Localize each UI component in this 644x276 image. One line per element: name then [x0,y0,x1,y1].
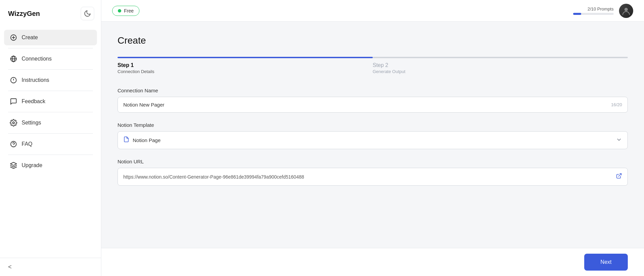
nav-divider-4 [8,112,93,112]
content-area: Create Step 1 Connection Details Step 2 … [101,22,644,248]
nav-divider-3 [8,91,93,91]
page-title: Create [118,35,628,46]
nav-divider-1 [8,48,93,48]
steps-container: Step 1 Connection Details Step 2 Generat… [118,57,628,74]
step-1: Step 1 Connection Details [118,57,373,74]
sidebar-item-label-connections: Connections [22,56,52,62]
connection-name-input-wrapper: 16/20 [118,97,628,113]
sidebar-nav: Create Connections Instructions Feedback [0,27,101,258]
nav-divider-2 [8,69,93,70]
step-2-bar [373,57,628,58]
prompts-fill [573,13,581,15]
header-right: 2/10 Prompts [573,4,633,18]
sidebar-item-settings[interactable]: Settings [4,115,97,131]
instructions-icon [9,76,18,84]
sidebar-collapse-button[interactable]: < [0,258,101,276]
user-silhouette-icon [621,6,631,16]
sidebar-item-label-create: Create [22,34,38,41]
dark-mode-button[interactable] [81,7,94,20]
connection-name-input[interactable] [118,97,627,112]
chevron-down-icon [616,137,622,144]
document-icon [123,136,129,144]
svg-point-11 [624,8,628,11]
sidebar-item-label-settings: Settings [22,120,41,126]
nav-divider-5 [8,133,93,134]
sidebar-item-label-instructions: Instructions [22,77,49,83]
upgrade-icon [9,162,18,169]
app-name: WizzyGen [8,10,40,18]
sidebar: WizzyGen Create Connections [0,0,101,276]
header: Free 2/10 Prompts [101,0,644,22]
step-1-bar [118,57,373,58]
svg-point-7 [14,81,14,82]
step-2: Step 2 Generate Output [373,57,628,74]
svg-point-8 [12,122,15,124]
svg-point-10 [14,145,14,146]
step-2-sublabel: Generate Output [373,69,628,74]
step-2-label: Step 2 [373,62,628,68]
external-link-icon[interactable] [616,173,622,181]
sidebar-item-instructions[interactable]: Instructions [4,72,97,88]
notion-template-select[interactable]: Notion Page [118,131,628,149]
prompts-text: 2/10 Prompts [588,6,614,12]
connections-icon [9,55,18,63]
next-button[interactable]: Next [584,254,628,271]
prompts-bar [573,13,614,15]
notion-template-value: Notion Page [133,137,161,143]
sidebar-header: WizzyGen [0,0,101,27]
notion-url-value: https://www.notion.so/Content-Generator-… [123,174,612,180]
free-status-dot [118,9,121,13]
step-1-label: Step 1 [118,62,373,68]
connection-name-group: Connection Name 16/20 [118,88,628,113]
notion-url-input-wrapper: https://www.notion.so/Content-Generator-… [118,168,628,186]
avatar-image [619,4,633,18]
moon-icon [84,10,91,17]
settings-icon [9,119,18,127]
notion-url-label: Notion URL [118,159,628,164]
sidebar-item-feedback[interactable]: Feedback [4,94,97,109]
sidebar-item-upgrade[interactable]: Upgrade [4,158,97,173]
free-badge-label: Free [124,8,134,14]
connection-name-label: Connection Name [118,88,628,93]
main-area: Free 2/10 Prompts Create [101,0,644,276]
feedback-icon [9,98,18,105]
prompts-container: 2/10 Prompts [573,6,614,15]
sidebar-item-connections[interactable]: Connections [4,51,97,67]
select-left: Notion Page [123,136,161,144]
nav-divider-6 [8,155,93,155]
sidebar-item-label-upgrade: Upgrade [22,162,42,168]
step-1-sublabel: Connection Details [118,69,373,74]
sidebar-item-faq[interactable]: FAQ [4,136,97,152]
sidebar-item-create[interactable]: Create [4,30,97,45]
notion-url-group: Notion URL https://www.notion.so/Content… [118,159,628,186]
sidebar-item-label-feedback: Feedback [22,98,45,105]
sidebar-item-label-faq: FAQ [22,141,32,147]
faq-icon [9,140,18,148]
avatar [619,4,633,18]
notion-template-group: Notion Template Notion Page [118,122,628,149]
free-badge: Free [112,6,139,16]
footer: Next [101,248,644,276]
create-icon [9,34,18,41]
svg-line-12 [619,174,621,176]
notion-template-label: Notion Template [118,122,628,128]
